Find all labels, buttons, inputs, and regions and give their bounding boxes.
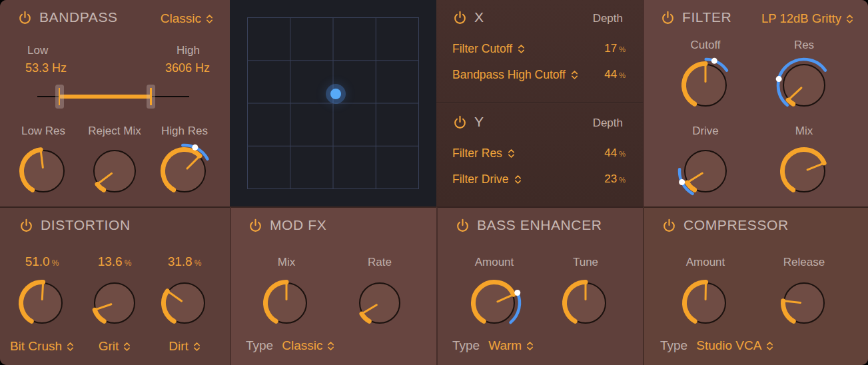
distortion-type-3-value: Dirt — [169, 339, 189, 354]
xy-pad-grid — [247, 17, 419, 189]
high-res-knob[interactable] — [148, 135, 221, 206]
distortion-knob-1[interactable] — [5, 266, 79, 340]
x-target-2-dropdown[interactable]: Bandpass High Cutoff — [452, 68, 578, 82]
distortion-type-3-dropdown[interactable]: Dirt — [169, 339, 201, 354]
x-depth-2-value[interactable]: 44% — [604, 68, 626, 81]
power-icon — [453, 115, 467, 129]
x-target-1-value: Filter Cutoff — [452, 42, 512, 56]
filter-title: FILTER — [682, 9, 731, 25]
power-icon — [661, 11, 675, 25]
bandpass-high-label: High — [177, 44, 200, 57]
bass-title: BASS ENHANCER — [477, 217, 602, 233]
bass-amount-knob[interactable] — [458, 266, 531, 340]
dropdown-chevron-icon — [846, 14, 853, 24]
bass-tune-knob[interactable] — [549, 266, 622, 340]
bandpass-title: BANDPASS — [39, 9, 118, 25]
filter-type-dropdown[interactable]: LP 12dB Gritty — [761, 11, 853, 26]
bass-power-button[interactable] — [455, 218, 470, 232]
dropdown-chevron-icon — [766, 341, 773, 351]
modfx-power-button[interactable] — [248, 218, 262, 232]
distortion-knob-2[interactable] — [78, 266, 151, 340]
y-depth-1-value[interactable]: 44% — [604, 147, 626, 160]
percent-sign: % — [619, 45, 626, 53]
bandpass-section: BANDPASS Classic Low 53.3 Hz High 3606 H… — [0, 0, 230, 206]
bandpass-low-value[interactable]: 53.3 Hz — [25, 61, 67, 75]
bandpass-high-value[interactable]: 3606 Hz — [165, 61, 210, 75]
dropdown-chevron-icon — [571, 70, 578, 80]
y-target-1-dropdown[interactable]: Filter Res — [452, 147, 515, 161]
power-icon — [18, 11, 32, 25]
filter-type-value: LP 12dB Gritty — [761, 11, 841, 26]
filter-section: FILTER LP 12dB Gritty Cutoff Res Drive M… — [643, 0, 868, 206]
dropdown-chevron-icon — [193, 342, 201, 352]
x-target-1-dropdown[interactable]: Filter Cutoff — [452, 42, 525, 56]
y-target-1-value: Filter Res — [452, 147, 502, 161]
bandpass-power-button[interactable] — [17, 10, 32, 25]
power-icon — [456, 218, 470, 232]
bandpass-range-slider[interactable] — [37, 84, 189, 109]
xy-pad[interactable] — [247, 17, 419, 189]
bass-type-label: Type — [452, 338, 480, 353]
filter-power-button[interactable] — [660, 10, 675, 25]
reject-mix-knob[interactable] — [78, 135, 151, 206]
dropdown-chevron-icon — [123, 342, 131, 352]
bass-enhancer-section: BASS ENHANCER Amount Tune Type Warm — [436, 206, 643, 365]
distortion-power-button[interactable] — [19, 218, 33, 232]
y-depth-label: Depth — [593, 117, 623, 130]
bass-type-dropdown[interactable]: Warm — [488, 338, 534, 353]
xy-mod-section: X Depth Filter Cutoff 17% Bandpass High … — [436, 0, 643, 206]
percent-sign: % — [619, 150, 626, 158]
multi-fx-plugin-window: BANDPASS Classic Low 53.3 Hz High 3606 H… — [0, 0, 868, 365]
slider-low-handle[interactable] — [55, 85, 64, 109]
compressor-amount-knob[interactable] — [669, 266, 742, 340]
power-icon — [453, 11, 467, 25]
modfx-type-dropdown[interactable]: Classic — [282, 338, 334, 353]
x-depth-1-value[interactable]: 17% — [604, 42, 626, 55]
modfx-title: MOD FX — [270, 217, 326, 233]
y-target-2-dropdown[interactable]: Filter Drive — [452, 173, 522, 186]
compressor-power-button[interactable] — [661, 218, 676, 232]
compressor-type-label: Type — [660, 338, 687, 353]
dropdown-chevron-icon — [526, 341, 534, 351]
distortion-type-2-dropdown[interactable]: Grit — [99, 339, 131, 354]
filter-res-knob[interactable] — [767, 49, 841, 122]
dropdown-chevron-icon — [518, 44, 525, 54]
power-icon — [19, 218, 33, 232]
distortion-type-2-value: Grit — [99, 339, 119, 354]
filter-drive-knob[interactable] — [669, 135, 742, 206]
compressor-title: COMPRESSOR — [683, 217, 789, 233]
bandpass-mode-value: Classic — [161, 11, 201, 26]
modfx-rate-knob[interactable] — [343, 266, 416, 340]
xy-pad-section — [230, 0, 436, 206]
compressor-type-dropdown[interactable]: Studio VCA — [696, 338, 773, 353]
power-icon — [662, 218, 676, 232]
bandpass-mode-dropdown[interactable]: Classic — [161, 11, 213, 26]
dropdown-chevron-icon — [327, 341, 334, 351]
y-mod-title: Y — [474, 114, 484, 130]
slider-active-range[interactable] — [59, 95, 151, 99]
x-target-2-value: Bandpass High Cutoff — [452, 68, 566, 82]
dropdown-chevron-icon — [206, 14, 213, 24]
compressor-release-knob[interactable] — [767, 266, 841, 340]
slider-high-handle[interactable] — [147, 85, 155, 109]
modfx-type-value: Classic — [282, 338, 322, 353]
dropdown-chevron-icon — [514, 175, 522, 184]
y-mod-power-button[interactable] — [452, 115, 467, 129]
percent-sign: % — [619, 176, 626, 184]
distortion-type-1-value: Bit Crush — [10, 339, 62, 354]
filter-mix-knob[interactable] — [767, 135, 841, 206]
distortion-knob-3[interactable] — [148, 266, 221, 340]
modfx-mix-knob[interactable] — [250, 266, 323, 340]
x-depth-label: Depth — [593, 12, 623, 25]
bass-type-value: Warm — [488, 338, 522, 353]
x-mod-power-button[interactable] — [452, 10, 467, 25]
filter-cutoff-knob[interactable] — [669, 49, 742, 122]
power-icon — [248, 218, 262, 232]
percent-sign: % — [619, 71, 626, 79]
x-mod-title: X — [474, 9, 484, 25]
distortion-section: DISTORTION 51.0% 13.6% 31.8% Bit Crush G… — [0, 206, 230, 365]
distortion-title: DISTORTION — [41, 217, 131, 233]
y-depth-2-value[interactable]: 23% — [604, 173, 626, 186]
distortion-type-1-dropdown[interactable]: Bit Crush — [10, 339, 74, 354]
low-res-knob[interactable] — [7, 135, 80, 206]
